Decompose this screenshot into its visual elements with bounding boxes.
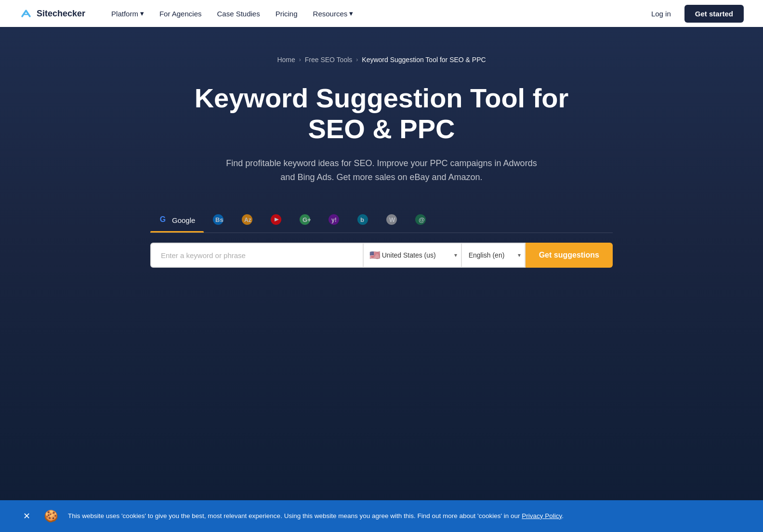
hero-section: Home › Free SEO Tools › Keyword Suggesti… [0, 27, 763, 532]
svg-text:W: W [389, 216, 395, 223]
navbar: Sitechecker Platform ▾ For Agencies Case… [0, 0, 763, 27]
login-button[interactable]: Log in [645, 6, 677, 22]
tab-yahoo[interactable]: y! [319, 208, 348, 233]
hero-subtitle: Find profitable keyword ideas for SEO. I… [218, 156, 545, 184]
tab-other[interactable]: @ [406, 208, 435, 233]
nav-pricing[interactable]: Pricing [269, 6, 304, 22]
search-input[interactable] [150, 243, 364, 268]
yahoo-icon: y! [328, 214, 340, 227]
cookie-icon: 🍪 [44, 509, 58, 523]
logo-text: Sitechecker [37, 9, 85, 19]
breadcrumb-current: Keyword Suggestion Tool for SEO & PPC [362, 56, 486, 64]
language-select-wrapper: English (en) Spanish (es) French (fr) Ge… [462, 243, 526, 268]
breadcrumb-separator-1: › [299, 56, 301, 63]
tab-bing-shopping[interactable]: Bs [204, 208, 233, 233]
navbar-nav: Platform ▾ For Agencies Case Studies Pri… [105, 5, 645, 22]
svg-text:Bs: Bs [215, 216, 224, 223]
svg-text:y!: y! [331, 217, 337, 223]
language-select[interactable]: English (en) Spanish (es) French (fr) Ge… [462, 243, 526, 268]
page-title: Keyword Suggestion Tool for SEO & PPC [165, 83, 598, 145]
bing-icon: b [357, 214, 368, 227]
svg-text:Az: Az [244, 217, 251, 223]
svg-text:G+: G+ [303, 216, 311, 223]
logo-icon [19, 7, 33, 20]
svg-text:G: G [160, 215, 166, 223]
google-icon: G [159, 214, 169, 226]
breadcrumb-separator-2: › [356, 56, 358, 63]
logo[interactable]: Sitechecker [19, 7, 85, 20]
tab-google[interactable]: G Google [150, 208, 204, 232]
privacy-policy-link[interactable]: Privacy Policy [522, 512, 562, 519]
breadcrumb-free-seo-tools[interactable]: Free SEO Tools [305, 56, 353, 64]
chevron-down-icon: ▾ [140, 9, 144, 18]
tab-bing[interactable]: b [348, 208, 377, 233]
other-icon: @ [415, 214, 426, 227]
nav-for-agencies[interactable]: For Agencies [153, 6, 209, 22]
google-play-icon: G+ [299, 214, 311, 227]
amazon-icon: Az [241, 214, 253, 227]
nav-case-studies[interactable]: Case Studies [210, 6, 266, 22]
nav-platform[interactable]: Platform ▾ [105, 5, 151, 22]
chevron-down-icon-resources: ▾ [349, 9, 353, 18]
tab-youtube[interactable] [262, 208, 290, 233]
engine-tabs: G Google Bs Az [150, 208, 613, 233]
svg-text:b: b [360, 216, 364, 223]
get-started-button[interactable]: Get started [684, 5, 744, 23]
wikipedia-icon: W [386, 214, 397, 227]
youtube-icon [270, 214, 282, 227]
tab-wikipedia[interactable]: W [377, 208, 406, 233]
breadcrumb: Home › Free SEO Tools › Keyword Suggesti… [277, 56, 486, 64]
cookie-text: This website uses 'cookies' to give you … [68, 511, 744, 521]
get-suggestions-button[interactable]: Get suggestions [526, 243, 613, 268]
tab-amazon[interactable]: Az [233, 208, 262, 233]
nav-resources[interactable]: Resources ▾ [306, 5, 360, 22]
cookie-close-button[interactable]: ✕ [19, 509, 34, 523]
navbar-actions: Log in Get started [645, 5, 744, 23]
bing-shopping-icon: Bs [212, 214, 224, 227]
country-select[interactable]: United States (us) United Kingdom (uk) C… [364, 243, 462, 268]
cookie-banner: ✕ 🍪 This website uses 'cookies' to give … [0, 500, 763, 532]
breadcrumb-home[interactable]: Home [277, 56, 295, 64]
search-row: 🇺🇸 United States (us) United Kingdom (uk… [150, 233, 613, 268]
svg-text:@: @ [419, 216, 425, 223]
country-select-wrapper: 🇺🇸 United States (us) United Kingdom (uk… [364, 243, 462, 268]
tab-google-play[interactable]: G+ [290, 208, 319, 233]
